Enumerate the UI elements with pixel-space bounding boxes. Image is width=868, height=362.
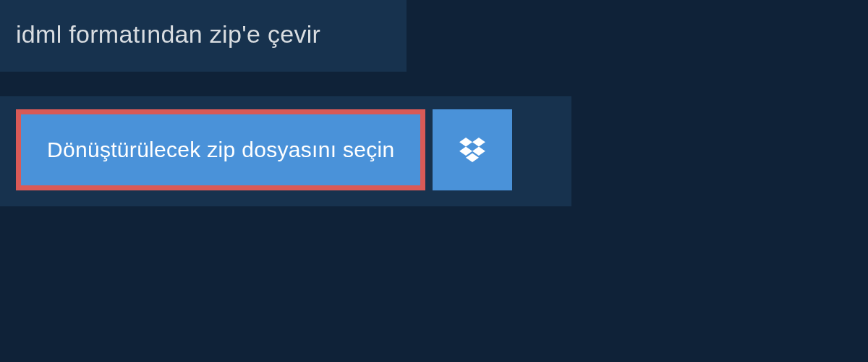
svg-marker-0 [460,138,473,147]
svg-marker-4 [467,153,480,162]
header-bar: idml formatından zip'e çevir [0,0,407,72]
svg-marker-2 [460,147,473,156]
svg-marker-1 [472,138,485,147]
svg-marker-3 [472,147,485,156]
dropbox-button[interactable] [433,109,512,190]
dropbox-icon [459,138,485,162]
select-file-button[interactable]: Dönüştürülecek zip dosyasını seçin [16,109,425,190]
page-title: idml formatından zip'e çevir [16,20,391,49]
upload-section: Dönüştürülecek zip dosyasını seçin [0,96,571,206]
